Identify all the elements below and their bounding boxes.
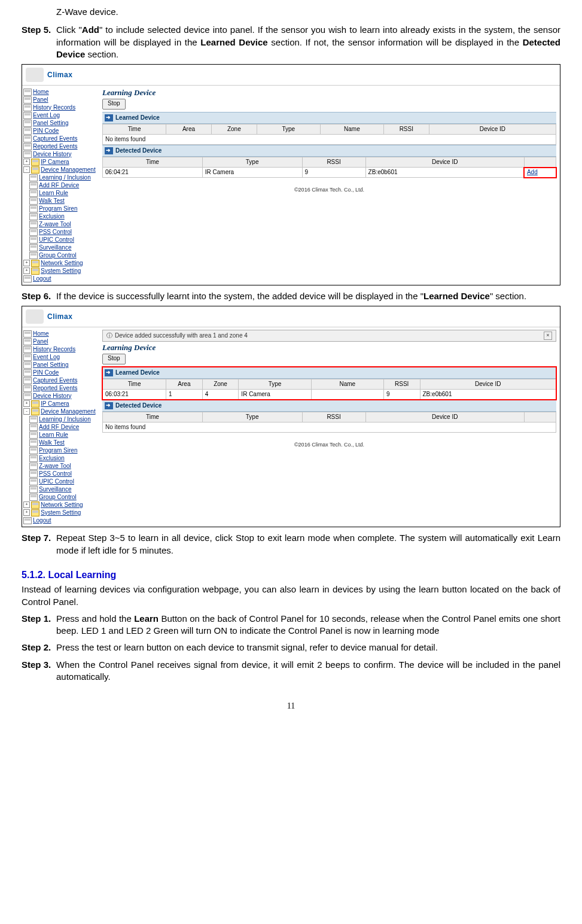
cell-zone: 4 <box>202 390 239 400</box>
th-time: Time <box>103 157 203 168</box>
step-5: Step 5. Click "Add" to include selected … <box>22 24 560 60</box>
close-icon[interactable]: × <box>544 332 552 340</box>
detected-table: Time Type RSSI Device ID No items found <box>102 412 556 433</box>
nav-learnrule[interactable]: Learn Rule <box>39 431 68 439</box>
th-name: Name <box>311 379 383 390</box>
expand-icon[interactable]: + <box>23 400 30 407</box>
nav-logout[interactable]: Logout <box>33 275 51 282</box>
nav-exclusion[interactable]: Exclusion <box>39 455 65 462</box>
nav-network[interactable]: Network Setting <box>41 260 83 267</box>
local-step-2-text: Press the test or learn button on each d… <box>56 642 560 654</box>
arrow-icon <box>105 369 113 376</box>
nav-walktest[interactable]: Walk Test <box>39 197 65 205</box>
info-icon: ⓘ <box>106 332 112 339</box>
nav-surv[interactable]: Surveillance <box>39 486 71 493</box>
nav-system[interactable]: System Setting <box>41 268 81 275</box>
nav-history[interactable]: History Records <box>33 104 75 111</box>
stop-button[interactable]: Stop <box>102 354 126 364</box>
nav-upic[interactable]: UPIC Control <box>39 236 74 244</box>
collapse-icon[interactable]: - <box>23 166 30 173</box>
nav-addrf[interactable]: Add RF Device <box>39 424 79 431</box>
nav-network[interactable]: Network Setting <box>41 501 83 509</box>
learned-table: Time Area Zone Type Name RSSI Device ID … <box>102 124 556 145</box>
nav-ipcamera[interactable]: IP Camera <box>41 159 69 166</box>
page-title: Learning Device <box>102 89 556 96</box>
cell-name <box>311 390 383 400</box>
nav-zwave[interactable]: Z-wave Tool <box>39 221 71 228</box>
table-row: 06:04:21 IR Camera 9 ZB:e0b601 Add <box>103 168 556 178</box>
nav-eventlog[interactable]: Event Log <box>33 112 60 119</box>
nav-panelsetting[interactable]: Panel Setting <box>33 120 69 127</box>
th-type: Type <box>257 124 320 135</box>
nav-pss[interactable]: PSS Control <box>39 470 72 478</box>
nav-exclusion[interactable]: Exclusion <box>39 213 65 220</box>
collapse-icon[interactable]: - <box>23 408 30 415</box>
nav-captured[interactable]: Captured Events <box>33 135 78 142</box>
expand-icon[interactable]: + <box>23 159 30 165</box>
nav-panel[interactable]: Panel <box>33 96 48 104</box>
nav-panelsetting[interactable]: Panel Setting <box>33 361 69 369</box>
nav-learnrule[interactable]: Learn Rule <box>39 190 68 197</box>
nav-pin[interactable]: PIN Code <box>33 369 59 376</box>
logo-text: Climax <box>47 313 72 320</box>
expand-icon[interactable]: + <box>23 501 30 508</box>
nav-learning[interactable]: Learning / Inclusion <box>39 416 91 423</box>
table-row: 06:03:21 1 4 IR Camera 9 ZB:e0b601 <box>103 390 556 400</box>
nav-devicemgmt[interactable]: Device Management <box>41 408 96 415</box>
expand-icon[interactable]: + <box>23 268 30 274</box>
arrow-icon <box>105 114 113 121</box>
nav-surv[interactable]: Surveillance <box>39 244 71 251</box>
cell-devid: ZB:e0b601 <box>420 390 556 400</box>
expand-icon[interactable]: + <box>23 260 30 266</box>
nav-captured[interactable]: Captured Events <box>33 377 78 384</box>
nav-group[interactable]: Group Control <box>39 494 77 501</box>
t: If the device is successfully learnt int… <box>56 291 423 301</box>
section-heading-local-learning: 5.1.2. Local Learning <box>22 569 560 582</box>
nav-pss[interactable]: PSS Control <box>39 229 72 236</box>
nav-logout[interactable]: Logout <box>33 517 51 524</box>
nav-home[interactable]: Home <box>33 89 49 96</box>
th-zone: Zone <box>202 379 239 390</box>
nav-group[interactable]: Group Control <box>39 252 77 259</box>
nav-upic[interactable]: UPIC Control <box>39 478 74 485</box>
nav-devicemgmt[interactable]: Device Management <box>41 166 96 174</box>
nav-system[interactable]: System Setting <box>41 509 81 516</box>
nav-pin[interactable]: PIN Code <box>33 127 59 135</box>
page-number: 11 <box>22 701 560 712</box>
fragment-top: Z-Wave device. <box>56 6 560 18</box>
nav-reported[interactable]: Reported Events <box>33 143 78 150</box>
sidebar: Home Panel History Records Event Log Pan… <box>22 86 100 285</box>
main-panel: ⓘ Device added successfully with area 1 … <box>100 327 560 527</box>
nav-history[interactable]: History Records <box>33 346 75 353</box>
th-rssi: RSSI <box>383 379 420 390</box>
bold-learned: Learned Device <box>423 291 490 301</box>
nav-ipcamera[interactable]: IP Camera <box>41 400 69 408</box>
nav-zwave[interactable]: Z-wave Tool <box>39 463 71 470</box>
footer-copyright: ©2016 Climax Tech. Co., Ltd. <box>102 441 556 448</box>
local-step-1-text: Press and hold the Learn Button on the b… <box>56 613 560 637</box>
no-items: No items found <box>103 423 556 433</box>
nav-panel[interactable]: Panel <box>33 338 48 345</box>
nav-devicehist[interactable]: Device History <box>33 151 71 158</box>
nav-siren[interactable]: Program Siren <box>39 205 77 212</box>
nav-addrf[interactable]: Add RF Device <box>39 182 79 189</box>
nav-eventlog[interactable]: Event Log <box>33 354 60 361</box>
th-type: Type <box>202 157 302 168</box>
add-link[interactable]: Add <box>527 169 538 175</box>
bold-learned: Learned Device <box>200 37 267 47</box>
expand-icon[interactable]: + <box>23 509 30 516</box>
nav-siren[interactable]: Program Siren <box>39 447 77 454</box>
th-area: Area <box>166 379 203 390</box>
nav-reported[interactable]: Reported Events <box>33 385 78 392</box>
arrow-icon <box>105 402 113 409</box>
th-time: Time <box>103 379 166 390</box>
th-type: Type <box>239 379 311 390</box>
th-rssi: RSSI <box>302 157 365 168</box>
stop-button[interactable]: Stop <box>102 99 126 110</box>
intro-text: Instead of learning devices via configur… <box>22 583 560 608</box>
nav-home[interactable]: Home <box>33 330 49 338</box>
arrow-icon <box>105 147 113 154</box>
nav-learning[interactable]: Learning / Inclusion <box>39 174 91 181</box>
nav-walktest[interactable]: Walk Test <box>39 439 65 446</box>
nav-devicehist[interactable]: Device History <box>33 393 71 400</box>
